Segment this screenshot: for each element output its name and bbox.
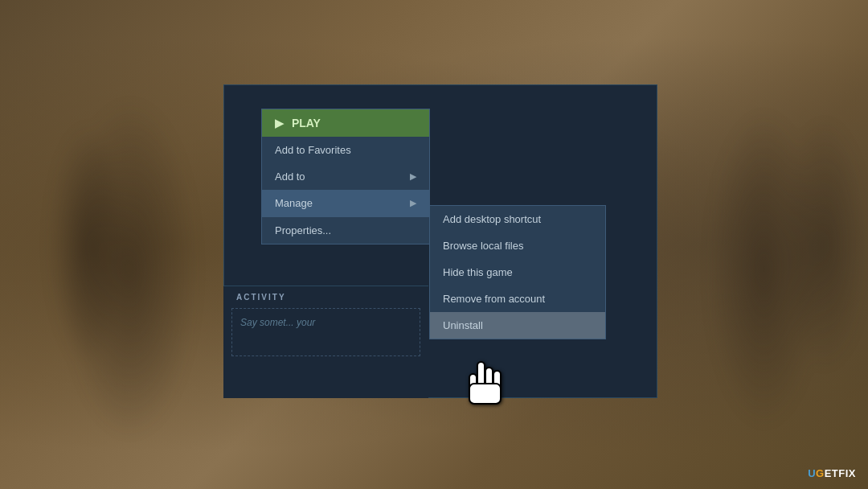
add-to-label: Add to	[275, 171, 305, 183]
watermark: UGETFIX	[808, 467, 856, 479]
submenu-item-remove-account[interactable]: Remove from account	[430, 286, 605, 312]
submenu-item-hide-game[interactable]: Hide this game	[430, 259, 605, 286]
uninstall-label: Uninstall	[443, 319, 483, 331]
submenu-item-browse-files[interactable]: Browse local files	[430, 232, 605, 259]
manage-label: Manage	[275, 197, 313, 209]
menu-item-play[interactable]: ▶ PLAY	[262, 109, 429, 137]
browse-files-label: Browse local files	[443, 240, 523, 252]
submenu-item-uninstall[interactable]: Uninstall	[430, 312, 605, 339]
play-arrow-icon: ▶	[275, 117, 284, 129]
watermark-fix: ETFIX	[825, 467, 856, 479]
submenu-item-desktop-shortcut[interactable]: Add desktop shortcut	[430, 206, 605, 232]
menu-item-manage[interactable]: Manage ▶	[262, 190, 429, 216]
context-menu-sub: Add desktop shortcut Browse local files …	[429, 205, 606, 339]
remove-account-label: Remove from account	[443, 293, 545, 305]
hide-game-label: Hide this game	[443, 266, 513, 278]
activity-label: ACTIVITY	[223, 286, 428, 305]
properties-label: Properties...	[275, 224, 331, 236]
add-to-submenu-arrow-icon: ▶	[410, 171, 416, 182]
activity-input-area: Say somet... your	[231, 308, 420, 356]
menu-item-add-favorites[interactable]: Add to Favorites	[262, 137, 429, 163]
watermark-g: G	[816, 467, 825, 479]
play-label: PLAY	[292, 117, 321, 129]
watermark-u: U	[808, 467, 816, 479]
add-favorites-label: Add to Favorites	[275, 144, 351, 156]
desktop-shortcut-label: Add desktop shortcut	[443, 213, 541, 225]
activity-section: ACTIVITY Say somet... your	[223, 286, 428, 398]
context-menu-main: ▶ PLAY Add to Favorites Add to ▶ Manage …	[261, 109, 430, 244]
menu-item-add-to[interactable]: Add to ▶	[262, 163, 429, 190]
menu-item-properties[interactable]: Properties...	[262, 217, 429, 244]
activity-placeholder: Say somet... your	[240, 317, 315, 328]
manage-submenu-arrow-icon: ▶	[410, 198, 416, 208]
